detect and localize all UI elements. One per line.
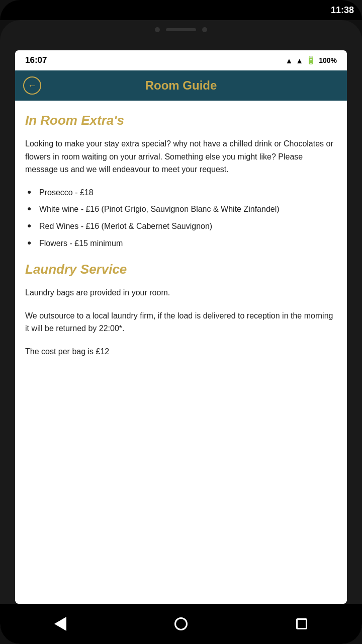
content-area[interactable]: In Room Extra's Looking to make your sta… xyxy=(15,101,347,604)
list-item: White wine - £16 (Pinot Grigio, Sauvigno… xyxy=(25,203,337,216)
home-circle-icon xyxy=(174,617,188,630)
list-item: Red Wines - £16 (Merlot & Cabernet Sauvi… xyxy=(25,220,337,233)
section2-title: Laundry Service xyxy=(25,262,337,277)
phone-screen: 16:07 ▲ ▲ 🔋 100% ← Room Guide In Room Ex… xyxy=(15,50,347,604)
items-list: Prosecco - £18 White wine - £16 (Pinot G… xyxy=(25,186,337,250)
page-title: Room Guide xyxy=(41,78,321,93)
wifi-icon: ▲ xyxy=(285,56,293,65)
list-item: Prosecco - £18 xyxy=(25,186,337,199)
battery-percent: 100% xyxy=(319,56,337,64)
laundry-paragraph-2: We outsource to a local laundry firm, if… xyxy=(25,309,337,335)
camera-dot xyxy=(155,27,160,32)
back-arrow-icon: ← xyxy=(28,80,37,91)
system-status-bar: 11:38 xyxy=(0,0,362,20)
camera-dot-2 xyxy=(202,27,207,32)
laundry-paragraph-1: Laundry bags are provided in your room. xyxy=(25,286,337,299)
device-time: 16:07 xyxy=(25,55,47,65)
signal-icon: ▲ xyxy=(296,56,303,65)
intro-paragraph: Looking to make your stay extra special?… xyxy=(25,137,337,176)
back-triangle-icon xyxy=(54,617,66,631)
nav-recent-button[interactable] xyxy=(289,611,314,636)
recent-square-icon xyxy=(296,618,307,629)
laundry-paragraph-3: The cost per bag is £12 xyxy=(25,345,337,358)
camera-area xyxy=(155,27,207,32)
nav-home-button[interactable] xyxy=(168,611,194,636)
speaker-bar xyxy=(166,28,196,31)
bottom-nav xyxy=(0,604,362,644)
section1-title: In Room Extra's xyxy=(25,113,337,128)
nav-back-button[interactable] xyxy=(48,611,73,636)
device-icons: ▲ ▲ 🔋 100% xyxy=(285,56,337,65)
phone-body: 16:07 ▲ ▲ 🔋 100% ← Room Guide In Room Ex… xyxy=(0,20,362,644)
system-time: 11:38 xyxy=(331,5,354,16)
back-button[interactable]: ← xyxy=(23,76,41,95)
list-item: Flowers - £15 minimum xyxy=(25,237,337,250)
app-header: ← Room Guide xyxy=(15,70,347,101)
battery-icon: 🔋 xyxy=(306,56,316,65)
device-status-bar: 16:07 ▲ ▲ 🔋 100% xyxy=(15,50,347,70)
